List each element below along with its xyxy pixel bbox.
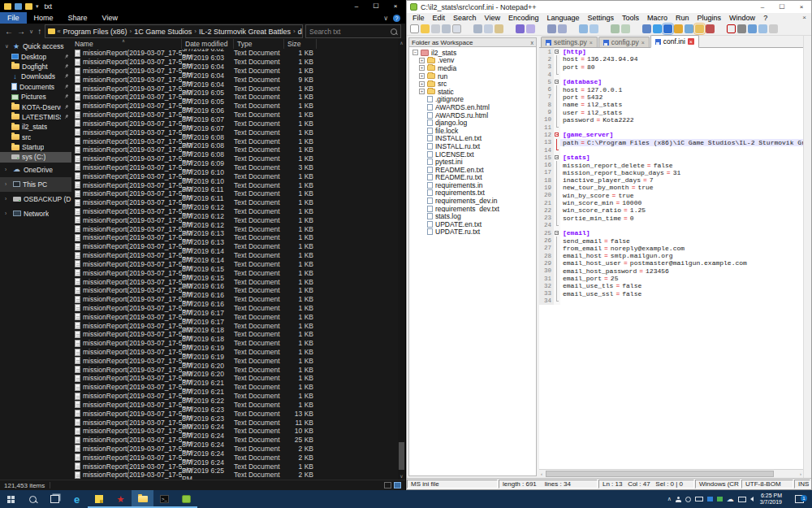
- tab-close-icon[interactable]: ×: [688, 38, 694, 45]
- properties-icon[interactable]: [15, 3, 22, 10]
- taskbar-app[interactable]: [175, 490, 197, 508]
- expander-icon[interactable]: ∨: [5, 43, 11, 50]
- sidebar-item[interactable]: Startup: [0, 142, 71, 152]
- workspace-file[interactable]: requirements.in: [409, 181, 536, 189]
- fold-margin[interactable]: [554, 192, 560, 199]
- fold-margin[interactable]: [554, 290, 560, 297]
- fold-margin[interactable]: [554, 55, 560, 63]
- toolbar-icon[interactable]: [505, 24, 514, 33]
- menu-item[interactable]: ?: [759, 14, 771, 22]
- taskbar-app[interactable]: [132, 490, 153, 508]
- toolbar-icon[interactable]: [611, 24, 620, 33]
- ribbon-tab[interactable]: File: [0, 12, 27, 24]
- fold-margin[interactable]: [554, 63, 560, 71]
- breadcrumb-segment[interactable]: Program Files (x86) ›: [63, 28, 132, 36]
- file-row[interactable]: missionReport(2019-03-07_17-50-43)[51]..…: [71, 260, 398, 269]
- fold-margin[interactable]: [554, 131, 560, 138]
- expander-icon[interactable]: ›: [5, 196, 11, 202]
- fold-margin[interactable]: [554, 229, 560, 237]
- fold-margin[interactable]: [554, 146, 560, 154]
- fold-margin[interactable]: [554, 169, 560, 176]
- forward-icon[interactable]: →: [16, 28, 26, 36]
- file-row[interactable]: missionReport(2019-03-07_17-50-43)[64]..…: [71, 374, 398, 383]
- fold-margin[interactable]: [554, 184, 560, 191]
- ribbon-tab[interactable]: View: [95, 12, 125, 24]
- scroll-down-icon[interactable]: ∨: [398, 473, 405, 479]
- maximize-button[interactable]: ☐: [772, 1, 792, 13]
- workspace-file[interactable]: django.log: [409, 119, 536, 127]
- menu-item[interactable]: Plugins: [693, 14, 726, 22]
- vertical-scrollbar[interactable]: [803, 36, 811, 478]
- taskbar-app[interactable]: [110, 490, 132, 508]
- maximize-button[interactable]: ☐: [366, 0, 386, 12]
- fold-margin[interactable]: [554, 78, 560, 85]
- scroll-right-icon[interactable]: ›: [800, 471, 801, 476]
- action-center-button[interactable]: 1: [788, 495, 810, 503]
- fold-margin[interactable]: [554, 222, 560, 229]
- tray-icon[interactable]: [685, 497, 691, 502]
- workspace-file[interactable]: pytest.ini: [409, 158, 536, 166]
- column-header-date-modified[interactable]: Date modified: [182, 39, 234, 49]
- workspace-file[interactable]: UPDATE.ru.txt: [409, 228, 536, 237]
- expand-icon[interactable]: +: [419, 89, 425, 94]
- toolbar-icon[interactable]: [758, 24, 767, 33]
- file-row[interactable]: missionReport(2019-03-07_17-50-43)[36]..…: [71, 128, 398, 137]
- fold-margin[interactable]: [554, 161, 560, 168]
- file-row[interactable]: missionReport(2019-03-07_17-50-43)[37]..…: [71, 137, 398, 145]
- large-icons-view-icon[interactable]: [394, 482, 401, 488]
- tray-icon[interactable]: [707, 497, 713, 501]
- minimize-ribbon-icon[interactable]: ∨: [383, 15, 388, 22]
- toolbar-icon[interactable]: [431, 24, 440, 33]
- fold-margin[interactable]: [554, 116, 560, 124]
- menu-item[interactable]: Settings: [584, 14, 619, 22]
- workspace-file[interactable]: AWARDS.ru.html: [409, 111, 536, 119]
- fold-margin[interactable]: [554, 71, 560, 78]
- file-row[interactable]: missionReport(2019-03-07_17-50-43)[65]..…: [71, 383, 398, 392]
- sidebar-item[interactable]: Documents: [0, 82, 71, 92]
- taskbar-app[interactable]: [88, 490, 110, 508]
- file-row[interactable]: missionReport(2019-03-07_17-50-43)[45]..…: [71, 207, 398, 216]
- file-row[interactable]: missionReport(2019-03-07_17-50-43)[50]..…: [71, 251, 398, 260]
- sidebar-item[interactable]: › OSBACKUP (D:): [0, 192, 71, 206]
- workspace-folder[interactable]: + src: [409, 80, 536, 88]
- file-row[interactable]: missionReport(2019-03-07_17-50-43)[44]..…: [71, 198, 398, 207]
- expand-icon[interactable]: +: [419, 65, 425, 71]
- breadcrumb-segment[interactable]: data ›: [297, 28, 303, 36]
- file-row[interactable]: missionReport(2019-03-07_17-50-43)[52]..…: [71, 268, 398, 277]
- expander-icon[interactable]: ›: [5, 167, 11, 172]
- fold-margin[interactable]: [554, 101, 560, 108]
- toolbar-icon[interactable]: [737, 24, 746, 33]
- menu-item[interactable]: Macro: [643, 14, 672, 22]
- breadcrumb[interactable]: « Program Files (x86) › 1C Game Studios …: [45, 24, 303, 38]
- tray-icon[interactable]: [717, 497, 723, 501]
- file-row[interactable]: missionReport(2019-03-07_17-50-43)[70]..…: [71, 427, 398, 436]
- workspace-file[interactable]: AWARDS.en.html: [409, 103, 536, 111]
- fold-margin[interactable]: [554, 206, 560, 214]
- back-icon[interactable]: ←: [4, 28, 14, 36]
- sidebar-item[interactable]: › OneDrive: [0, 163, 71, 177]
- workspace-folder[interactable]: + media: [409, 64, 536, 72]
- tray-icon[interactable]: [695, 497, 703, 501]
- toolbar-icon[interactable]: [526, 24, 535, 33]
- tab-close-icon[interactable]: ×: [641, 40, 645, 46]
- fold-margin[interactable]: [554, 124, 560, 131]
- file-row[interactable]: missionReport(2019-03-07_17-50-43)[63]..…: [71, 365, 398, 374]
- file-row[interactable]: missionReport(2019-03-07_17-50-43)[62]..…: [71, 356, 398, 365]
- recent-locations-icon[interactable]: ∨: [28, 28, 34, 36]
- toolbar-icon[interactable]: [600, 24, 609, 33]
- menu-item[interactable]: File: [408, 14, 429, 22]
- tray-icon[interactable]: [676, 497, 681, 502]
- file-row[interactable]: missionReport(2019-03-07_17-50-43)[66]..…: [71, 392, 398, 401]
- toolbar-icon[interactable]: [473, 24, 482, 33]
- taskbar-app[interactable]: [22, 490, 44, 508]
- collapse-icon[interactable]: −: [412, 50, 418, 55]
- workspace-file[interactable]: INSTALL.ru.txt: [409, 142, 536, 150]
- column-header-name[interactable]: Name ∧: [71, 39, 182, 49]
- workspace-folder[interactable]: + run: [409, 72, 536, 80]
- file-row[interactable]: missionReport(2019-03-07_17-50-43)[35]..…: [71, 119, 398, 128]
- file-row[interactable]: missionReport(2019-03-07_17-50-43)[32]..…: [71, 93, 398, 102]
- fold-margin[interactable]: [554, 267, 560, 275]
- fold-margin[interactable]: [554, 108, 560, 115]
- sidebar-item[interactable]: Pictures: [0, 92, 71, 102]
- fold-margin[interactable]: [554, 237, 560, 244]
